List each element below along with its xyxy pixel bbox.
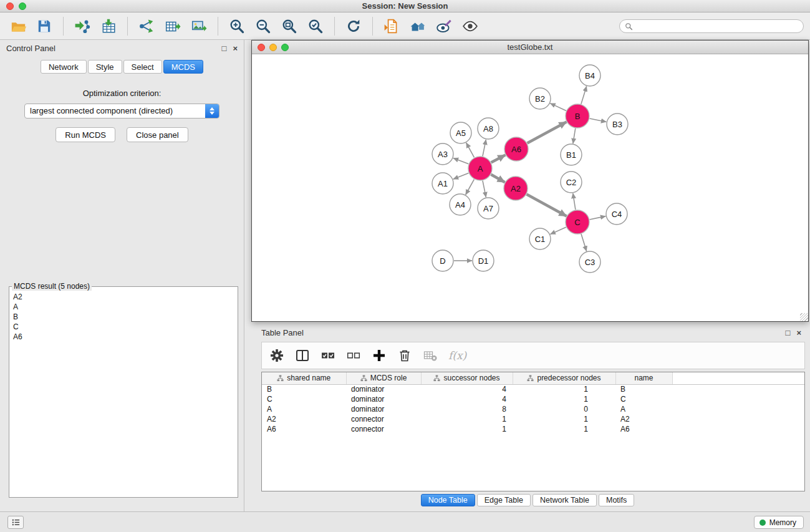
mcds-result-item[interactable]: A bbox=[13, 302, 234, 312]
graph-edge-C-C1[interactable] bbox=[550, 227, 566, 234]
search-field[interactable] bbox=[619, 19, 804, 33]
select-all-button[interactable] bbox=[321, 348, 335, 363]
column-header-name[interactable]: name bbox=[615, 372, 672, 384]
tab-edge-table[interactable]: Edge Table bbox=[477, 494, 531, 506]
graph-node-A1[interactable]: A1 bbox=[432, 173, 453, 194]
tab-node-table[interactable]: Node Table bbox=[421, 494, 475, 506]
zoom-selected-button[interactable] bbox=[304, 15, 327, 37]
graph-node-B3[interactable]: B3 bbox=[607, 114, 628, 135]
close-panel-button[interactable]: Close panel bbox=[127, 127, 188, 142]
export-network-button[interactable] bbox=[135, 15, 158, 37]
table-settings-button[interactable] bbox=[269, 348, 284, 363]
graph-edge-B-B2[interactable] bbox=[550, 104, 566, 111]
graph-node-C3[interactable]: C3 bbox=[579, 251, 600, 273]
graph-node-A3[interactable]: A3 bbox=[432, 143, 453, 165]
zoom-in-button[interactable] bbox=[225, 15, 249, 37]
criterion-dropdown[interactable]: largest connected component (directed) bbox=[24, 104, 219, 118]
close-window-icon[interactable] bbox=[258, 44, 265, 51]
graph-edge-A-A8[interactable] bbox=[483, 140, 486, 157]
graph-edge-A-A7[interactable] bbox=[483, 181, 486, 198]
graph-edge-A-A3[interactable] bbox=[453, 158, 469, 163]
export-image-button[interactable] bbox=[187, 15, 211, 37]
node-table-row[interactable]: Adominator80A bbox=[262, 404, 804, 414]
network-document-button[interactable] bbox=[380, 15, 403, 37]
graph-edge-A-A4[interactable] bbox=[466, 180, 475, 195]
column-header-mcds-role[interactable]: MCDS role bbox=[346, 372, 421, 384]
graph-node-A5[interactable]: A5 bbox=[450, 122, 471, 143]
search-input[interactable] bbox=[636, 22, 798, 31]
mcds-result-item[interactable]: C bbox=[13, 322, 234, 332]
graph-edge-B-B1[interactable] bbox=[573, 128, 576, 143]
function-builder-button[interactable]: f(x) bbox=[448, 349, 466, 362]
delete-column-button[interactable] bbox=[397, 348, 412, 363]
tab-network[interactable]: Network bbox=[41, 60, 87, 74]
window-resize-grip[interactable] bbox=[800, 313, 808, 321]
tab-style[interactable]: Style bbox=[88, 60, 122, 74]
close-window-icon[interactable] bbox=[6, 2, 14, 10]
import-network-button[interactable] bbox=[70, 15, 94, 37]
memory-button[interactable]: Memory bbox=[754, 516, 804, 529]
node-table-row[interactable]: A2connector11A2 bbox=[262, 414, 804, 424]
node-table-row[interactable]: A6connector11A6 bbox=[262, 424, 804, 434]
refresh-layout-button[interactable] bbox=[342, 15, 365, 37]
network-canvas[interactable]: B4B2BB3A5A8A6B1A3AA1C2A2A4A7C4C1CC3DD1 bbox=[252, 55, 808, 321]
graph-node-B1[interactable]: B1 bbox=[561, 144, 582, 165]
add-column-button[interactable] bbox=[372, 348, 387, 363]
close-panel-icon[interactable]: × bbox=[233, 44, 238, 53]
show-columns-button[interactable] bbox=[295, 348, 310, 363]
column-header-predecessor-nodes[interactable]: predecessor nodes bbox=[513, 372, 615, 384]
zoom-out-button[interactable] bbox=[251, 15, 275, 37]
clear-table-button[interactable] bbox=[423, 348, 438, 363]
graph-node-D1[interactable]: D1 bbox=[473, 250, 494, 271]
import-table-button[interactable] bbox=[97, 15, 120, 37]
float-panel-icon[interactable]: □ bbox=[786, 328, 791, 337]
run-mcds-button[interactable]: Run MCDS bbox=[55, 127, 115, 142]
zoom-window-icon[interactable] bbox=[19, 2, 26, 10]
home-view-button[interactable] bbox=[406, 15, 430, 37]
graph-node-B4[interactable]: B4 bbox=[579, 65, 600, 86]
apply-style-button[interactable] bbox=[432, 15, 456, 37]
graph-edge-C-C4[interactable] bbox=[590, 216, 606, 220]
graph-edge-C-C2[interactable] bbox=[573, 193, 576, 210]
minimize-window-icon[interactable] bbox=[269, 44, 277, 51]
mcds-result-item[interactable]: A6 bbox=[13, 332, 234, 342]
graph-edge-A6-B[interactable] bbox=[528, 122, 567, 143]
graph-node-A6[interactable]: A6 bbox=[504, 137, 528, 161]
node-table-row[interactable]: Bdominator41B bbox=[262, 384, 804, 394]
graph-edge-A-A5[interactable] bbox=[466, 143, 475, 158]
graph-edge-B-B4[interactable] bbox=[581, 86, 587, 104]
graph-node-B[interactable]: B bbox=[566, 104, 589, 128]
mcds-result-item[interactable]: B bbox=[13, 312, 234, 322]
save-session-button[interactable] bbox=[32, 15, 56, 37]
task-history-button[interactable] bbox=[7, 516, 24, 529]
column-header-shared-name[interactable]: shared name bbox=[262, 372, 346, 384]
graph-edge-A-A2[interactable] bbox=[491, 175, 504, 182]
close-panel-icon[interactable]: × bbox=[796, 328, 801, 337]
zoom-window-icon[interactable] bbox=[281, 44, 289, 51]
float-panel-icon[interactable]: □ bbox=[222, 44, 227, 53]
tab-select[interactable]: Select bbox=[123, 60, 162, 74]
export-table-button[interactable] bbox=[161, 15, 185, 37]
graph-node-C[interactable]: C bbox=[566, 210, 589, 234]
graph-edge-A2-C[interactable] bbox=[527, 195, 567, 216]
graph-node-A4[interactable]: A4 bbox=[450, 194, 471, 215]
graph-node-A8[interactable]: A8 bbox=[478, 118, 499, 139]
graph-node-B2[interactable]: B2 bbox=[529, 88, 551, 109]
graph-edge-A-A1[interactable] bbox=[453, 173, 469, 179]
graph-node-C2[interactable]: C2 bbox=[561, 172, 582, 193]
graph-edge-C-C3[interactable] bbox=[581, 234, 587, 251]
dropdown-stepper-icon[interactable] bbox=[205, 104, 219, 118]
network-graph[interactable]: B4B2BB3A5A8A6B1A3AA1C2A2A4A7C4C1CC3DD1 bbox=[252, 55, 808, 321]
zoom-fit-button[interactable] bbox=[277, 15, 301, 37]
graph-node-C4[interactable]: C4 bbox=[606, 203, 627, 225]
column-header-successor-nodes[interactable]: successor nodes bbox=[421, 372, 513, 384]
graph-node-C1[interactable]: C1 bbox=[529, 228, 551, 249]
tab-network-table[interactable]: Network Table bbox=[533, 494, 597, 506]
tab-motifs[interactable]: Motifs bbox=[599, 494, 634, 506]
graph-edge-B-B3[interactable] bbox=[590, 118, 607, 122]
mcds-result-item[interactable]: A2 bbox=[13, 292, 234, 302]
graph-node-D[interactable]: D bbox=[432, 250, 453, 271]
deselect-all-button[interactable] bbox=[346, 348, 361, 363]
graph-node-A2[interactable]: A2 bbox=[504, 177, 528, 200]
graphics-details-button[interactable] bbox=[458, 15, 482, 37]
